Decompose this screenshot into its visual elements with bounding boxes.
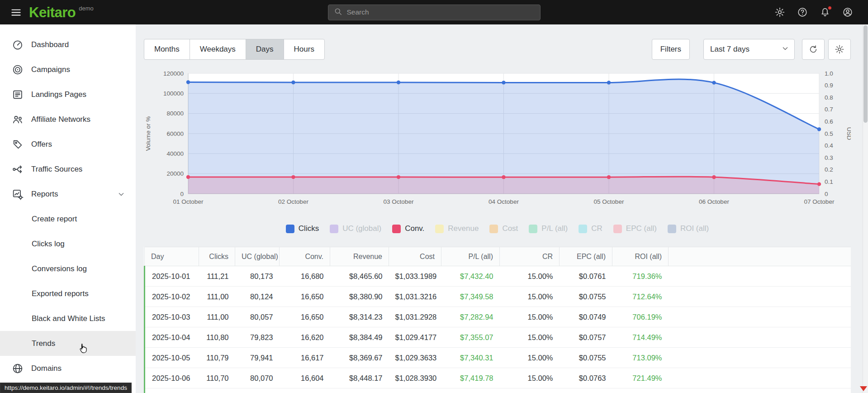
svg-text:40000: 40000 — [166, 150, 184, 157]
notifications-button[interactable] — [820, 7, 830, 18]
campaigns-icon — [12, 64, 24, 76]
chart-settings-button[interactable] — [828, 39, 851, 60]
cell-p-l-all: $7,355.07 — [441, 327, 500, 348]
legend-label: Conv. — [405, 224, 424, 233]
sidebar-subitem-conversions-log[interactable]: Conversions log — [0, 256, 136, 281]
cell-cr: 15.00% — [500, 348, 560, 368]
sidebar-subitem-trends[interactable]: Trends — [0, 331, 136, 356]
legend-item-cr[interactable]: CR — [579, 224, 602, 233]
cell-day: 2025-10-05 — [145, 348, 199, 368]
filters-button[interactable]: Filters — [652, 39, 690, 60]
cell-cr: 15.00% — [500, 327, 560, 348]
trends-chart[interactable]: 02000040000600008000010000012000000.10.2… — [144, 69, 851, 212]
scrollbar-thumb[interactable] — [863, 25, 868, 123]
cell-day: 2025-10-07 — [145, 388, 199, 393]
legend-item-cost[interactable]: Cost — [489, 224, 518, 233]
cell-conv: 16,604 — [280, 368, 330, 388]
cell-roi-all: 712.64% — [612, 287, 669, 307]
landings-pages-icon — [12, 89, 24, 101]
sidebar-item-reports[interactable]: Reports — [0, 182, 136, 206]
account-icon — [842, 7, 853, 18]
svg-text:0.7: 0.7 — [825, 106, 833, 113]
cell-roi-all: 714.49% — [612, 327, 669, 348]
cell-uc-global: 80,124 — [235, 287, 280, 307]
cell-conv: 16,617 — [280, 348, 330, 368]
table-row: 2025-10-04110,8079,82316,620$8,384.49$1,… — [145, 327, 851, 348]
settings-top-button[interactable] — [774, 7, 785, 18]
sidebar-item-campaigns[interactable]: Campaigns — [0, 57, 136, 82]
cell-revenue: $8,314.23 — [330, 307, 389, 327]
tab-months[interactable]: Months — [144, 39, 190, 60]
svg-text:0.3: 0.3 — [825, 154, 833, 161]
cell-roi-all: 719.36% — [612, 266, 669, 287]
svg-text:20000: 20000 — [166, 170, 184, 177]
cell-p-l-all: $4,289.72 — [441, 388, 500, 393]
legend-item-clicks[interactable]: Clicks — [286, 224, 319, 233]
sidebar-item-traffic-sources[interactable]: Traffic Sources — [0, 157, 136, 182]
sidebar-item-label: Dashboard — [31, 40, 69, 49]
cell-uc-global: 79,823 — [235, 327, 280, 348]
cell-p-l-all: $7,432.40 — [441, 266, 500, 287]
sidebar-item-offers[interactable]: Offers — [0, 132, 136, 157]
legend-swatch — [286, 225, 294, 233]
account-button[interactable] — [842, 7, 853, 18]
svg-text:Volume or %: Volume or % — [145, 116, 152, 151]
sidebar-item-domains[interactable]: Domains — [0, 356, 136, 381]
legend-item-revenue[interactable]: Revenue — [435, 224, 479, 233]
cell-cr: 15.00% — [500, 368, 560, 388]
cell-day: 2025-10-02 — [145, 287, 199, 307]
legend-label: UC (global) — [342, 224, 381, 233]
svg-text:04 October: 04 October — [489, 198, 519, 205]
sidebar-item-dashboard[interactable]: Dashboard — [0, 32, 136, 57]
sidebar-subitem-clicks-log[interactable]: Clicks log — [0, 231, 136, 256]
cell-clicks: 64,30 — [199, 388, 235, 393]
cell-cost: $1,029.3633 — [389, 348, 441, 368]
search-icon — [334, 7, 342, 16]
toolbar-right: Filters Last 7 days — [652, 39, 851, 60]
chevron-down-icon[interactable] — [117, 190, 126, 199]
cell-cost: $597.3456 — [389, 388, 441, 393]
cell-uc-global: 80,070 — [235, 368, 280, 388]
cell-cr: 15.00% — [500, 388, 560, 393]
menu-toggle-button[interactable] — [10, 6, 22, 18]
search-input[interactable] — [347, 8, 535, 16]
legend-label: ROI (all) — [680, 224, 709, 233]
cell-filler — [669, 266, 851, 287]
date-range-select[interactable]: Last 7 days — [703, 39, 795, 60]
tab-weekdays[interactable]: Weekdays — [190, 39, 246, 60]
tab-days[interactable]: Days — [246, 39, 284, 60]
svg-text:0.8: 0.8 — [825, 94, 833, 101]
sidebar-item-landings-pages[interactable]: Landings Pages — [0, 82, 136, 107]
tab-hours[interactable]: Hours — [284, 39, 325, 60]
legend-item-uc-global[interactable]: UC (global) — [330, 224, 381, 233]
global-search[interactable] — [328, 5, 541, 20]
sidebar-subitem-create-report[interactable]: Create report — [0, 206, 136, 231]
sidebar-item-label: Affiliate Networks — [31, 115, 90, 124]
vertical-scrollbar[interactable] — [863, 24, 868, 393]
refresh-button[interactable] — [802, 39, 825, 60]
legend-item-roi-all[interactable]: ROI (all) — [668, 224, 709, 233]
help-button[interactable] — [797, 7, 808, 18]
sidebar-subitem-black-and-white-lists[interactable]: Black and White Lists — [0, 306, 136, 331]
legend-item-conv[interactable]: Conv. — [392, 224, 424, 233]
legend-item-p-l-all[interactable]: P/L (all) — [529, 224, 568, 233]
cell-revenue: $4,887.07 — [330, 388, 389, 393]
cell-day: 2025-10-01 — [145, 266, 199, 287]
topbar-actions — [774, 7, 853, 18]
table-row: 2025-10-03111,0080,05716,650$8,314.23$1,… — [145, 307, 851, 327]
cell-filler — [669, 307, 851, 327]
trends-toolbar: MonthsWeekdaysDaysHours Filters Last 7 d… — [144, 39, 851, 60]
hamburger-icon — [10, 6, 22, 18]
cell-revenue: $8,369.67 — [330, 348, 389, 368]
sidebar-item-affiliate-networks[interactable]: Affiliate Networks — [0, 107, 136, 132]
legend-swatch — [579, 225, 587, 233]
legend-label: Clicks — [299, 224, 319, 233]
chart-canvas[interactable]: 02000040000600008000010000012000000.10.2… — [144, 69, 851, 210]
chevron-down-icon — [781, 44, 790, 53]
legend-item-epc-all[interactable]: EPC (all) — [613, 224, 657, 233]
cell-epc-all: $0.0763 — [560, 368, 612, 388]
sidebar-subitem-exported-reports[interactable]: Exported reports — [0, 281, 136, 306]
main-area: MonthsWeekdaysDaysHours Filters Last 7 d… — [136, 24, 868, 393]
cell-day: 2025-10-06 — [145, 368, 199, 388]
cell-p-l-all: $7,282.94 — [441, 307, 500, 327]
